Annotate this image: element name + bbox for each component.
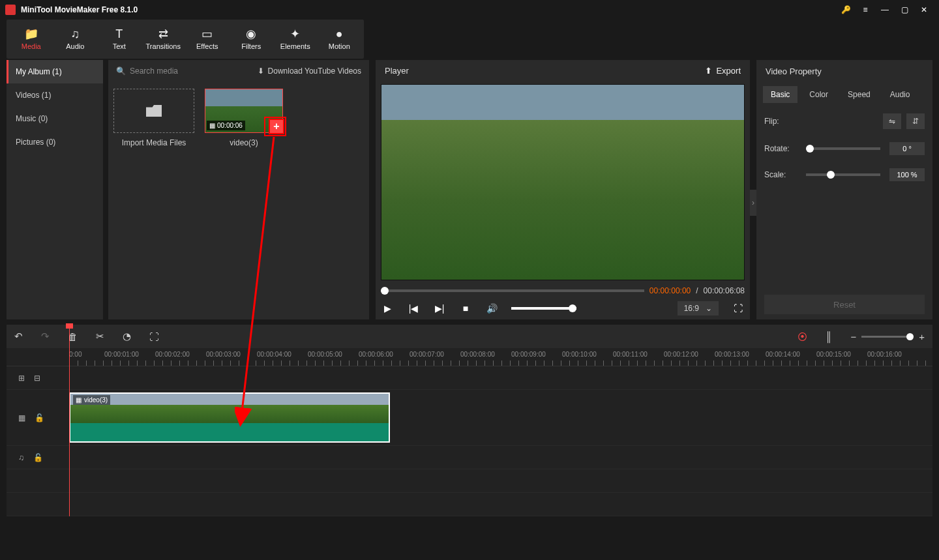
import-label: Import Media Files	[122, 138, 186, 147]
export-icon: ⬆	[705, 66, 712, 76]
ruler-mark: 00:00:09:00	[511, 351, 546, 358]
rotate-knob[interactable]	[806, 145, 814, 153]
split-button[interactable]: ✂	[96, 331, 104, 342]
lock-icon[interactable]: 🔓	[33, 453, 43, 462]
zoom-knob[interactable]	[906, 333, 914, 340]
track-add-icon[interactable]: ⊞	[18, 374, 25, 383]
scale-label: Scale:	[764, 170, 801, 179]
prop-tab-speed[interactable]: Speed	[840, 86, 878, 103]
scale-slider[interactable]	[806, 173, 880, 176]
sidebar-item-videos[interactable]: Videos (1)	[7, 83, 103, 107]
zoom-in-button[interactable]: +	[919, 331, 925, 342]
tab-media[interactable]: 📁Media	[9, 21, 53, 57]
module-tabs: 📁Media ♫Audio TText ⇄Transitions ▭Effect…	[7, 20, 364, 59]
clip-duration-badge: ▦ 00:00:06	[207, 121, 245, 130]
scale-value[interactable]: 100 %	[889, 168, 925, 181]
video-preview[interactable]	[381, 84, 745, 280]
tab-motion[interactable]: ●Motion	[318, 21, 362, 57]
rotate-label: Rotate:	[764, 144, 801, 153]
album-sidebar: My Album (1) Videos (1) Music (0) Pictur…	[7, 60, 103, 319]
prev-frame-button[interactable]: |◀	[407, 303, 420, 314]
media-thumbnail[interactable]: ▦ 00:00:06 +	[205, 89, 283, 133]
crop-button[interactable]: ⛶	[149, 331, 159, 342]
elements-icon: ✦	[290, 28, 300, 40]
ruler-mark: 00:00:13:00	[715, 351, 749, 358]
clip-label: ▦ video(3)	[73, 395, 110, 405]
lock-icon[interactable]: 🔓	[35, 413, 44, 422]
volume-knob[interactable]	[569, 304, 576, 312]
undo-button[interactable]: ↶	[14, 331, 23, 342]
text-icon: T	[115, 28, 123, 40]
flip-horizontal-button[interactable]: ⇋	[883, 113, 901, 129]
search-icon: 🔍	[116, 66, 126, 76]
audio-track-icon: ♫	[18, 453, 24, 462]
ruler-mark: 00:00:01:00	[104, 351, 139, 358]
fullscreen-button[interactable]: ⛶	[732, 303, 745, 314]
rotate-slider[interactable]	[806, 147, 880, 150]
audio-waveform	[70, 423, 389, 441]
add-to-timeline-button[interactable]: +	[269, 119, 284, 134]
export-button[interactable]: ⬆ Export	[705, 66, 741, 76]
download-youtube-button[interactable]: ⬇ Download YouTube Videos	[258, 66, 361, 76]
timeline-ruler[interactable]: 0:0000:00:01:0000:00:02:0000:00:03:0000:…	[7, 348, 932, 366]
rotate-value[interactable]: 0 °	[889, 142, 925, 155]
flip-h-icon: ⇋	[889, 117, 895, 126]
time-current: 00:00:00:00	[649, 286, 691, 295]
ruler-mark: 00:00:10:00	[562, 351, 597, 358]
import-media-button[interactable]	[113, 89, 194, 133]
flip-label: Flip:	[764, 117, 801, 126]
sidebar-item-music[interactable]: Music (0)	[7, 107, 103, 130]
tab-text[interactable]: TText	[97, 21, 142, 57]
ruler-mark: 00:00:06:00	[359, 351, 393, 358]
tab-transitions[interactable]: ⇄Transitions	[142, 21, 186, 57]
volume-slider[interactable]	[511, 307, 576, 310]
tab-effects[interactable]: ▭Effects	[185, 21, 230, 57]
prop-tab-color[interactable]: Color	[801, 86, 836, 103]
zoom-out-button[interactable]: −	[850, 331, 856, 342]
redo-button[interactable]: ↷	[41, 331, 50, 342]
timeline-clip[interactable]: ▦ video(3)	[69, 392, 390, 443]
effects-icon: ▭	[201, 28, 213, 40]
menu-icon[interactable]: ≡	[856, 0, 875, 20]
track-collapse-icon[interactable]: ⊟	[34, 374, 40, 383]
clip-name: video(3)	[230, 138, 258, 147]
search-input[interactable]: 🔍 Search media	[116, 66, 254, 76]
tab-audio[interactable]: ♫Audio	[53, 21, 98, 57]
prop-tab-basic[interactable]: Basic	[763, 86, 797, 103]
panel-collapse-handle[interactable]: ›	[750, 190, 756, 216]
tab-filters[interactable]: ◉Filters	[230, 21, 274, 57]
flip-v-icon: ⇵	[912, 117, 919, 126]
filters-icon: ◉	[246, 28, 256, 40]
seek-bar[interactable]	[381, 289, 644, 292]
playhead[interactable]	[69, 325, 70, 516]
flip-vertical-button[interactable]: ⇵	[906, 113, 925, 129]
prop-tab-audio[interactable]: Audio	[882, 86, 918, 103]
zoom-slider[interactable]	[861, 336, 914, 338]
aspect-ratio-dropdown[interactable]: 16:9 ⌄	[678, 301, 719, 316]
minimize-button[interactable]: —	[875, 0, 895, 20]
stop-button[interactable]: ■	[459, 303, 472, 314]
time-total: 00:00:06:08	[704, 286, 745, 295]
chevron-down-icon: ⌄	[706, 304, 712, 313]
media-panel: 🔍 Search media ⬇ Download YouTube Videos…	[108, 60, 369, 319]
volume-icon[interactable]: 🔊	[485, 303, 498, 314]
folder-icon	[146, 105, 162, 117]
maximize-button[interactable]: ▢	[895, 0, 914, 20]
property-title: Video Property	[756, 60, 932, 82]
play-button[interactable]: ▶	[381, 303, 394, 314]
reset-button[interactable]: Reset	[764, 295, 925, 314]
snap-button[interactable]: ║	[826, 331, 833, 342]
next-frame-button[interactable]: ▶|	[433, 303, 446, 314]
license-key-icon[interactable]: 🔑	[836, 0, 856, 20]
ruler-mark: 00:00:05:00	[308, 351, 342, 358]
tab-elements[interactable]: ✦Elements	[273, 21, 318, 57]
sidebar-item-pictures[interactable]: Pictures (0)	[7, 130, 103, 154]
speed-button[interactable]: ◔	[123, 331, 131, 342]
sidebar-item-myalbum[interactable]: My Album (1)	[7, 60, 103, 83]
timeline: ↶ ↷ 🗑 ✂ ◔ ⛶ ⦿ ║ − + 0:0000:00:01:0000:00…	[7, 325, 932, 516]
motion-icon: ●	[336, 28, 343, 40]
close-button[interactable]: ✕	[914, 0, 934, 20]
marker-button[interactable]: ⦿	[797, 331, 807, 342]
seek-knob[interactable]	[381, 287, 389, 295]
scale-knob[interactable]	[827, 171, 835, 179]
